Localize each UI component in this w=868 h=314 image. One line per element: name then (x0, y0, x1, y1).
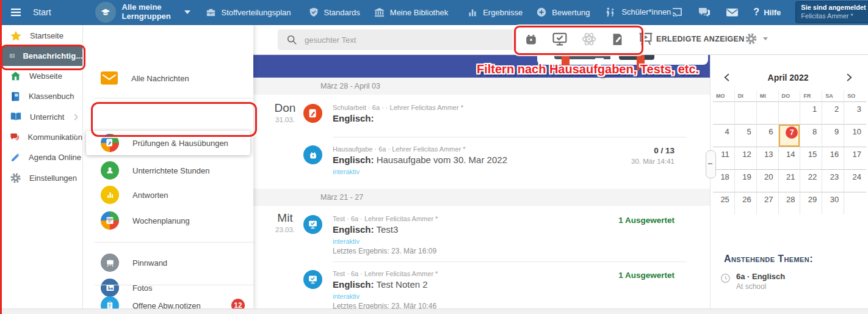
nav-label: Standards (324, 8, 360, 17)
mail-button[interactable] (726, 7, 739, 18)
calendar-day[interactable]: 16 (822, 147, 844, 169)
calendar-day[interactable]: 30 (822, 192, 844, 214)
feed-entry-test3[interactable]: Mit 23.03. Test · 6a · Lehrer Felicitas … (253, 209, 710, 255)
clock-icon (720, 273, 731, 286)
homework-icon (303, 145, 322, 164)
calendar-day[interactable] (713, 101, 735, 124)
feed-entry-schularbeit[interactable]: Don 31.03. Schularbeit · 6a · · Lehrer F… (253, 99, 710, 137)
calendar-day[interactable]: 12 (735, 147, 757, 169)
nav-standards[interactable]: Standards (308, 7, 360, 18)
calendar-day[interactable] (779, 101, 801, 124)
calendar-day[interactable]: 9 (822, 124, 844, 147)
calendar-day[interactable]: 11 (713, 147, 735, 169)
calendar-day[interactable]: 4 (713, 124, 735, 147)
sidebar-item-startseite[interactable]: Startseite (0, 26, 82, 46)
filter-interactive-button[interactable] (581, 31, 597, 47)
question-icon: ? (753, 7, 759, 18)
calendar-prev-button[interactable] (723, 72, 731, 83)
calendar-next-button[interactable] (845, 72, 853, 83)
feed-entry-hausaufgabe[interactable]: Hausaufgabe · 6a · Lehrer Felicitas Amme… (253, 141, 710, 184)
nav-schuelerinnen[interactable]: Schüler*innen (604, 7, 671, 18)
submenu-antworten[interactable]: Antworten (82, 183, 253, 207)
list-settings-button[interactable] (745, 32, 768, 45)
calendar-day[interactable]: 21 (779, 169, 801, 192)
calendar-day[interactable]: 23 (822, 169, 844, 192)
calendar-day[interactable]: 27 (757, 192, 779, 214)
mail-icon (726, 7, 739, 18)
calendar-day[interactable]: 20 (757, 169, 779, 192)
search-input[interactable] (303, 35, 489, 45)
today-marker: 7 (786, 126, 798, 139)
submenu-pruefungen-hausuebungen[interactable]: Prüfungen & Hausübungen (86, 131, 250, 155)
calendar-day[interactable]: 1 (800, 101, 822, 124)
calendar-day[interactable]: 5 (735, 124, 757, 147)
entry-text: Hausaufgabe · 6a · Lehrer Felicitas Amme… (333, 145, 600, 175)
upcoming-topic-item[interactable]: 6a · Englisch At school (719, 272, 862, 291)
submenu-label: Wochenplanung (132, 216, 190, 225)
messages-submenu: Alle Nachrichten Prüfungen & Hausübungen… (82, 24, 253, 309)
nav-start[interactable]: Start (33, 7, 51, 17)
calendar-day[interactable]: 24 (844, 169, 866, 192)
calendar-day[interactable]: 3 (844, 101, 866, 124)
calendar-day[interactable]: 22 (800, 169, 822, 192)
calendar-day[interactable] (735, 101, 757, 124)
logged-in-as: Sie sind angemeldet als (801, 4, 868, 12)
learngroup-selector[interactable]: Alle meine Lerngruppen (95, 2, 190, 23)
calendar-day[interactable]: 8 (800, 124, 822, 147)
filter-homework-button[interactable] (524, 32, 538, 46)
sidebar-item-klassenbuch[interactable]: Klassenbuch (0, 86, 82, 106)
nav-label: Meine Bibliothek (390, 8, 448, 17)
menu-icon[interactable] (10, 6, 22, 18)
calendar-day[interactable]: 18 (713, 169, 735, 192)
nav-right: ? Hilfe Sie sind angemeldet als Felicita… (671, 1, 868, 23)
sidebar-item-agenda-online[interactable]: Agenda Online (0, 147, 82, 167)
calendar-day[interactable]: 10 (844, 124, 866, 147)
screencast-button[interactable] (671, 6, 683, 18)
nav-meine-bibliothek[interactable]: Meine Bibliothek (374, 7, 448, 18)
calendar-day[interactable]: 6 (757, 124, 779, 147)
weekplan-icon (101, 211, 119, 230)
calendar-day[interactable]: 17 (844, 147, 866, 169)
panel-resize-handle[interactable] (706, 150, 716, 178)
submenu-unterrichtete-stunden[interactable]: Unterrichtete Stunden (82, 158, 253, 183)
sidebar-item-benachrichtigungen[interactable]: Benachrichtig... (0, 46, 82, 66)
sidebar-item-unterricht[interactable]: Unterricht (0, 107, 82, 127)
filter-presentation-button[interactable] (638, 31, 654, 47)
chat-button[interactable] (698, 6, 711, 18)
search-box[interactable] (278, 29, 517, 50)
calendar-day[interactable]: 25 (713, 192, 735, 214)
calendar-day[interactable]: 15 (800, 147, 822, 169)
calendar-day[interactable]: 28 (779, 192, 801, 214)
type-filters (524, 31, 654, 47)
submenu-wochenplanung[interactable]: Wochenplanung (82, 208, 253, 233)
calendar-day[interactable]: 26 (735, 192, 757, 214)
feed-entry-test-noten-2[interactable]: Test · 6a · Lehrer Felicitas Ammer * Eng… (253, 264, 710, 309)
horizontal-scrollbar[interactable] (0, 309, 868, 314)
user-menu[interactable]: Sie sind angemeldet als Felicitas Ammer … (795, 1, 868, 23)
nav-bewertung[interactable]: Bewertung (536, 7, 590, 18)
entry-meta: Schularbeit · 6a · · Lehrer Felicitas Am… (333, 104, 600, 111)
sidebar-label: Webseite (29, 71, 62, 81)
sidebar-item-webseite[interactable]: Webseite (0, 66, 82, 86)
filter-test-button[interactable] (552, 31, 568, 47)
filter-schularbeit-button[interactable] (610, 32, 624, 46)
sidebar-item-kommunikation[interactable]: Kommunikation (0, 127, 82, 147)
calendar-day[interactable]: 13 (757, 147, 779, 169)
nav-stoffverteilungsplan[interactable]: Stoffverteilungsplan (205, 7, 291, 18)
help-button[interactable]: ? Hilfe (753, 7, 781, 18)
calendar-day[interactable]: 19 (735, 169, 757, 192)
submenu-alle-nachrichten[interactable]: Alle Nachrichten (82, 66, 253, 90)
calendar-day[interactable] (844, 192, 866, 214)
calendar-day[interactable]: 14 (779, 147, 801, 169)
learngroup-label: Alle meine Lerngruppen (122, 3, 179, 21)
submenu-pinnwand[interactable]: Pinnwand (82, 250, 253, 275)
calendar-day[interactable]: 29 (800, 192, 822, 214)
day-name: Mit (268, 211, 302, 225)
nav-ergebnisse[interactable]: Ergebnisse (468, 7, 523, 18)
upcoming-topics-title: Anstehende Themen: (724, 254, 813, 265)
sidebar-item-einstellungen[interactable]: Einstellungen (0, 168, 82, 188)
calendar-day-today[interactable]: 7 (779, 124, 801, 147)
calendar-day[interactable] (757, 101, 779, 124)
calendar-day[interactable]: 2 (822, 101, 844, 124)
show-done-toggle[interactable]: ERLEDIGTE ANZEIGEN (656, 35, 745, 43)
